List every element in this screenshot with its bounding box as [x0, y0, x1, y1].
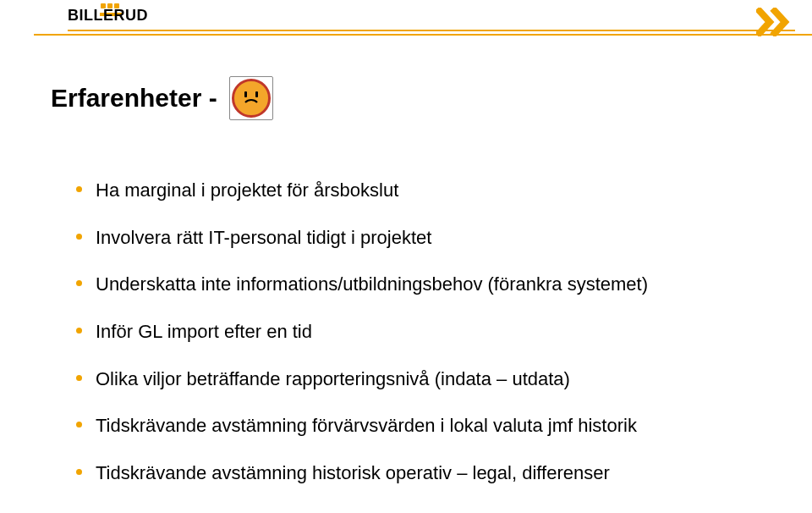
- sad-face-icon: [232, 79, 271, 118]
- bullet-text: Tidskrävande avstämning historisk operat…: [96, 461, 610, 486]
- bullet-text: Tidskrävande avstämning förvärvsvärden i…: [96, 413, 637, 439]
- list-item: Tidskrävande avstämning förvärvsvärden i…: [76, 413, 744, 439]
- list-item: Olika viljor beträffande rapporteringsni…: [76, 367, 744, 392]
- logo-crown-icon: [100, 0, 120, 5]
- list-item: Tidskrävande avstämning historisk operat…: [76, 461, 744, 486]
- header-rule-bottom: [34, 34, 812, 36]
- list-item: Ha marginal i projektet för årsbokslut: [76, 178, 744, 203]
- list-item: Inför GL import efter en tid: [76, 319, 744, 345]
- bullet-text: Inför GL import efter en tid: [96, 319, 312, 345]
- slide-title: Erfarenheter -: [51, 84, 217, 113]
- list-item: Involvera rätt IT-personal tidigt i proj…: [76, 225, 744, 251]
- emoticon-frame: [229, 76, 273, 120]
- chevrons-icon: [754, 5, 795, 39]
- bullet-dot-icon: [76, 422, 82, 428]
- bullet-list: Ha marginal i projektet för årsbokslut I…: [76, 178, 744, 508]
- bullet-text: Underskatta inte informations/utbildning…: [96, 272, 648, 297]
- bullet-text: Ha marginal i projektet för årsbokslut: [96, 178, 398, 203]
- bullet-dot-icon: [76, 234, 82, 240]
- slide-title-row: Erfarenheter -: [51, 76, 273, 120]
- bullet-text: Olika viljor beträffande rapporteringsni…: [96, 367, 570, 392]
- slide-header: BILLERUD: [0, 0, 812, 51]
- bullet-dot-icon: [76, 375, 82, 381]
- header-rule-top: [68, 30, 795, 31]
- brand-logo: BILLERUD: [68, 7, 148, 25]
- bullet-dot-icon: [76, 186, 82, 192]
- bullet-dot-icon: [76, 328, 82, 334]
- bullet-dot-icon: [76, 280, 82, 286]
- list-item: Underskatta inte informations/utbildning…: [76, 272, 744, 297]
- bullet-text: Involvera rätt IT-personal tidigt i proj…: [96, 225, 431, 251]
- bullet-dot-icon: [76, 469, 82, 475]
